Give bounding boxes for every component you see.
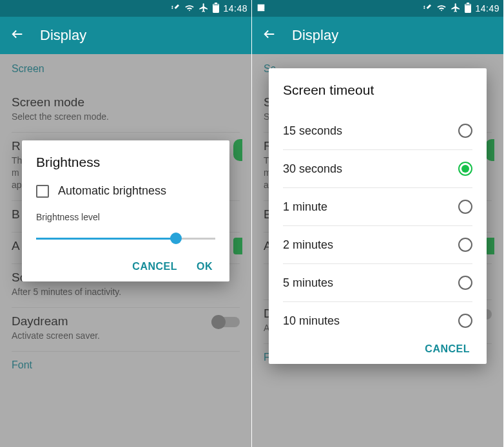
brightness-level-label: Brightness level	[36, 212, 215, 222]
back-button[interactable]	[10, 27, 24, 44]
status-bar: 14:49	[252, 0, 503, 17]
auto-brightness-row[interactable]: Automatic brightness	[36, 184, 215, 198]
checkbox-icon[interactable]	[36, 185, 49, 198]
image-icon	[256, 3, 266, 15]
radio-icon[interactable]	[458, 238, 472, 252]
battery-icon	[465, 4, 471, 13]
wifi-icon	[436, 3, 447, 15]
vibrate-icon	[422, 3, 432, 15]
timeout-option-label: 1 minute	[283, 200, 327, 214]
dialog-title: Brightness	[36, 155, 215, 170]
timeout-option-label: 10 minutes	[283, 314, 340, 328]
timeout-option[interactable]: 15 seconds	[283, 112, 472, 150]
screen-timeout-dialog: Screen timeout 15 seconds30 seconds1 min…	[269, 68, 487, 364]
app-bar: Display	[252, 17, 503, 54]
status-clock: 14:48	[223, 3, 247, 14]
timeout-option[interactable]: 30 seconds	[283, 150, 472, 188]
dialog-actions: CANCEL OK	[36, 261, 215, 272]
status-icons: 14:48	[170, 3, 247, 15]
timeout-option-label: 30 seconds	[283, 162, 342, 176]
status-left	[256, 3, 266, 15]
auto-brightness-label: Automatic brightness	[58, 184, 166, 198]
back-button[interactable]	[262, 27, 276, 44]
timeout-option-label: 2 minutes	[283, 238, 333, 252]
timeout-option-label: 15 seconds	[283, 124, 342, 138]
airplane-icon	[199, 3, 209, 15]
brightness-slider[interactable]	[36, 233, 215, 244]
radio-icon[interactable]	[458, 276, 472, 290]
status-bar: 14:48	[0, 0, 251, 17]
battery-icon	[213, 4, 219, 13]
timeout-option[interactable]: 10 minutes	[283, 302, 472, 339]
radio-icon[interactable]	[458, 162, 472, 176]
airplane-icon	[451, 3, 461, 15]
phone-left: 14:48 Display Screen Screen mode Select …	[0, 0, 252, 447]
dialog-title: Screen timeout	[283, 82, 472, 98]
timeout-option[interactable]: 1 minute	[283, 188, 472, 226]
slider-thumb[interactable]	[170, 233, 182, 244]
timeout-option[interactable]: 2 minutes	[283, 226, 472, 264]
radio-icon[interactable]	[458, 124, 472, 138]
status-clock: 14:49	[475, 3, 499, 14]
ok-button[interactable]: OK	[197, 261, 213, 272]
radio-icon[interactable]	[458, 314, 472, 328]
cancel-button[interactable]: CANCEL	[132, 261, 177, 272]
wifi-icon	[184, 3, 195, 15]
page-title: Display	[292, 27, 338, 44]
timeout-option-label: 5 minutes	[283, 276, 333, 290]
phone-right: 14:49 Display Sc Sc Se R Th m ap B A D A…	[252, 0, 504, 447]
radio-icon[interactable]	[458, 200, 472, 214]
cancel-button[interactable]: CANCEL	[425, 343, 470, 355]
brightness-dialog: Brightness Automatic brightness Brightne…	[22, 140, 229, 281]
timeout-option[interactable]: 5 minutes	[283, 264, 472, 302]
page-title: Display	[40, 27, 86, 44]
vibrate-icon	[170, 3, 180, 15]
slider-fill	[36, 238, 176, 240]
status-icons: 14:49	[422, 3, 499, 15]
dialog-actions: CANCEL	[283, 343, 472, 355]
app-bar: Display	[0, 17, 251, 54]
